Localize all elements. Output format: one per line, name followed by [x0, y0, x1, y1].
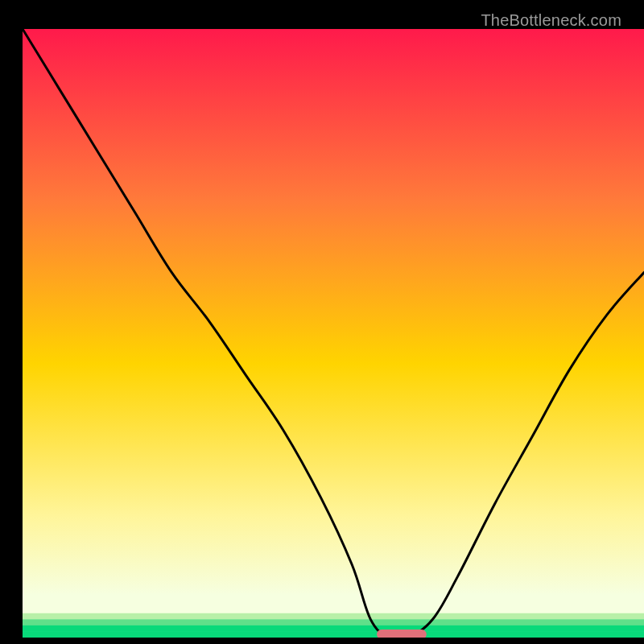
gradient-background [23, 29, 644, 638]
watermark-text: TheBottleneck.com [481, 11, 621, 30]
chart-svg [23, 29, 644, 638]
green-band-stripe [23, 619, 644, 625]
minimum-marker [377, 630, 427, 638]
green-band-group [23, 613, 644, 638]
plot-area [23, 29, 644, 638]
green-band-stripe [23, 631, 644, 638]
green-band-stripe [23, 613, 644, 620]
chart-frame: TheBottleneck.com [11, 11, 633, 633]
green-band-stripe [23, 625, 644, 632]
